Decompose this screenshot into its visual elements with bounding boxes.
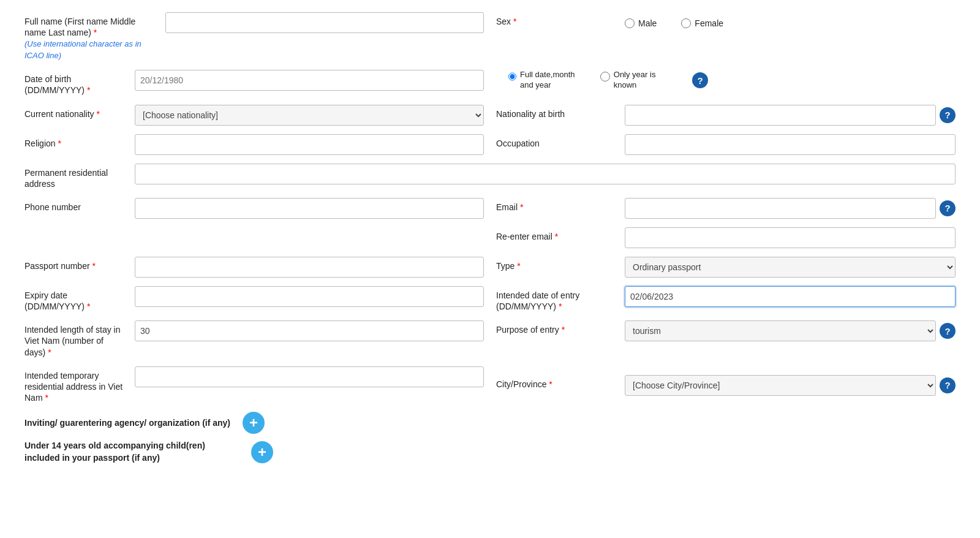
re-enter-email-input[interactable] [625,227,956,248]
date-help-button[interactable]: ? [692,72,708,88]
sex-female-option[interactable]: Female [681,15,723,28]
expiry-date-input[interactable] [135,286,484,307]
type-select[interactable]: Ordinary passport Diplomatic passport Of… [625,257,956,278]
length-of-stay-input[interactable] [135,320,484,341]
intended-date-label: Intended date of entry(DD/MM/YYYY) * [496,286,619,312]
under14-row: Under 14 years old accompanying child(re… [18,440,962,464]
under14-label: Under 14 years old accompanying child(re… [24,440,239,464]
purpose-of-entry-label: Purpose of entry * [496,320,619,335]
email-help-button[interactable]: ? [940,200,956,216]
sex-male-option[interactable]: Male [625,15,657,28]
purpose-of-entry-select[interactable]: tourism business work study other [625,320,936,341]
re-enter-email-label: Re-enter email * [496,227,619,242]
type-label: Type * [496,257,619,271]
nationality-at-birth-help-button[interactable]: ? [940,107,956,123]
phone-input[interactable] [135,198,484,219]
inviting-agency-label: Inviting/ guarentering agency/ organizat… [24,417,230,430]
sex-male-label: Male [638,18,657,28]
full-date-radio[interactable] [508,72,516,81]
passport-number-label: Passport number * [24,257,129,271]
sex-label: Sex * [496,12,619,27]
sex-female-radio[interactable] [681,18,691,28]
sex-male-radio[interactable] [625,18,635,28]
occupation-input[interactable] [625,134,956,155]
occupation-label: Occupation [496,134,619,149]
temp-address-label: Intended temporaryresidential address in… [24,366,129,404]
dob-label: Date of birth(DD/MM/YYYY) * [24,70,129,96]
nationality-select[interactable]: [Choose nationality] [135,105,484,126]
passport-number-input[interactable] [135,257,484,278]
full-date-label: Full date,month and year [520,70,588,91]
intended-date-input[interactable] [625,286,956,307]
email-label: Email * [496,198,619,213]
dob-input[interactable] [135,70,484,91]
fullname-input[interactable] [165,12,484,33]
nationality-at-birth-label: Nationality at birth [496,105,619,119]
religion-input[interactable] [135,134,484,155]
only-year-option[interactable]: Only year is known [600,70,680,91]
permanent-address-input[interactable] [135,164,956,184]
date-options-spacer [496,70,502,74]
inviting-agency-row: Inviting/ guarentering agency/ organizat… [18,412,962,434]
fullname-label: Full name (First name Middle name Last n… [24,12,159,61]
expiry-date-label: Expiry date(DD/MM/YYYY) * [24,286,129,312]
religion-label: Religion * [24,134,129,149]
temp-address-input[interactable] [135,366,484,387]
under14-add-button[interactable]: + [251,441,273,463]
sex-female-label: Female [695,18,723,28]
city-province-label: City/Province * [496,375,619,390]
city-province-help-button[interactable]: ? [940,377,956,393]
length-of-stay-label: Intended length of stay inViet Nam (numb… [24,320,129,358]
city-province-select[interactable]: [Choose City/Province] [625,375,936,396]
email-input[interactable] [625,198,936,219]
phone-label: Phone number [24,198,129,213]
only-year-radio[interactable] [600,72,610,81]
nationality-label: Current nationality * [24,105,129,119]
inviting-agency-add-button[interactable]: + [243,412,265,434]
permanent-address-label: Permanent residentialaddress [24,164,129,189]
purpose-help-button[interactable]: ? [940,323,956,339]
nationality-at-birth-input[interactable] [625,105,936,126]
only-year-label: Only year is known [614,70,680,91]
permanent-address-row: Permanent residentialaddress [18,164,962,189]
full-date-option[interactable]: Full date,month and year [508,70,588,91]
